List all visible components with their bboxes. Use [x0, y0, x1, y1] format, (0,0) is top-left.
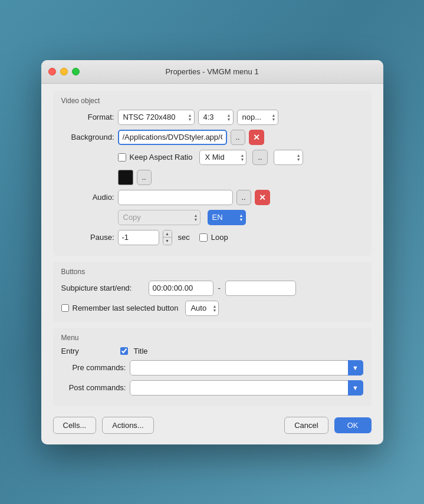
sec-label: sec [178, 233, 190, 242]
pre-commands-select-wrapper: ▼ [130, 360, 363, 375]
format-label: Format: [61, 113, 114, 121]
video-object-section: Video object Format: NTSC 720x480 ▲ ▼ 4:… [53, 91, 372, 256]
remember-label: Remember last selected button [73, 304, 179, 312]
audio-browse-button[interactable]: .. [236, 190, 251, 205]
main-window: Properties - VMGM menu 1 Video object Fo… [41, 60, 383, 444]
aspect-select-wrapper: 4:3 ▲ ▼ [198, 110, 234, 125]
keep-aspect-checkbox[interactable] [118, 153, 126, 162]
keep-aspect-checkbox-group: Keep Aspect Ratio [118, 153, 193, 162]
audio-clear-button[interactable]: ✕ [255, 190, 270, 205]
pause-stepper-down[interactable]: ▼ [163, 238, 172, 245]
color-swatch[interactable] [118, 170, 133, 185]
auto-select-wrapper: Auto ▲ ▼ [185, 301, 219, 316]
pre-commands-row: Pre commands: ▼ [61, 360, 363, 375]
window-title: Properties - VMGM menu 1 [165, 67, 258, 76]
cells-button[interactable]: Cells... [53, 417, 97, 434]
auto-select[interactable]: Auto [185, 301, 219, 316]
audio-input[interactable] [118, 190, 233, 205]
post-commands-select-wrapper: ▼ [130, 380, 363, 396]
extra-select[interactable] [274, 150, 303, 165]
background-row: Background: .. ✕ [61, 130, 363, 145]
post-commands-label: Post commands: [61, 383, 126, 392]
background-clear-button[interactable]: ✕ [249, 130, 264, 145]
background-input[interactable] [118, 130, 227, 145]
footer-right: Cancel OK [284, 417, 371, 434]
aspect-select[interactable]: 4:3 [198, 110, 234, 125]
menu-section: Menu Entry Title Pre commands: ▼ Post [53, 328, 372, 406]
remember-row: Remember last selected button Auto ▲ ▼ [61, 301, 363, 316]
loop-checkbox-group: Loop [199, 233, 228, 242]
pause-label: Pause: [61, 233, 114, 242]
xmid-select[interactable]: X Mid [199, 150, 246, 165]
dash-separator: - [218, 284, 221, 292]
post-commands-select[interactable] [130, 380, 363, 396]
keep-aspect-row: Keep Aspect Ratio X Mid ▲ ▼ .. [61, 150, 363, 165]
minimize-button[interactable] [60, 68, 68, 75]
pause-input[interactable] [118, 230, 159, 245]
color-dotdot-button[interactable]: .. [137, 170, 152, 185]
audio-label: Audio: [61, 193, 114, 202]
content-area: Video object Format: NTSC 720x480 ▲ ▼ 4:… [41, 84, 383, 444]
loop-checkbox[interactable] [199, 233, 208, 242]
loop-label: Loop [211, 233, 228, 242]
background-label: Background: [61, 133, 114, 141]
menu-label: Menu [61, 334, 363, 342]
copy-select[interactable]: Copy [118, 210, 201, 225]
footer-row: Cells... Actions... Cancel OK [53, 412, 372, 435]
xmid-select-wrapper: X Mid ▲ ▼ [199, 150, 246, 165]
entry-label: Entry [61, 347, 114, 355]
lang-select-wrapper: EN ▲ ▼ [208, 210, 246, 225]
pause-stepper-up[interactable]: ▲ [163, 230, 172, 238]
entry-row: Entry Title [61, 347, 363, 355]
remember-checkbox[interactable] [61, 304, 69, 312]
nop-select[interactable]: nop... [237, 110, 278, 125]
copy-lang-row: Copy ▲ ▼ EN ▲ ▼ [61, 210, 363, 225]
subpicture-label: Subpicture start/end: [61, 284, 144, 292]
cancel-button[interactable]: Cancel [284, 417, 328, 434]
traffic-lights [48, 68, 80, 75]
actions-button[interactable]: Actions... [102, 417, 153, 434]
pre-commands-select[interactable] [130, 360, 363, 375]
buttons-label: Buttons [61, 268, 363, 276]
subpicture-row: Subpicture start/end: - [61, 281, 363, 296]
title-label: Title [134, 347, 148, 355]
copy-select-wrapper: Copy ▲ ▼ [118, 210, 201, 225]
color-swatch-row: .. [61, 170, 363, 185]
background-browse-button[interactable]: .. [231, 130, 245, 145]
post-commands-row: Post commands: ▼ [61, 380, 363, 396]
maximize-button[interactable] [72, 68, 80, 75]
pause-row: Pause: ▲ ▼ sec Loop [61, 230, 363, 245]
xmid-dotdot-button[interactable]: .. [252, 150, 267, 165]
pause-stepper[interactable]: ▲ ▼ [163, 230, 172, 245]
keep-aspect-label: Keep Aspect Ratio [130, 153, 193, 162]
footer-left: Cells... Actions... [53, 417, 154, 434]
pre-commands-dropdown-button[interactable]: ▼ [348, 360, 363, 375]
close-button[interactable] [48, 68, 56, 75]
format-select-wrapper: NTSC 720x480 ▲ ▼ [118, 110, 195, 125]
subpicture-start-input[interactable] [149, 281, 213, 296]
extra-select-wrapper: ▲ ▼ [274, 150, 303, 165]
nop-select-wrapper: nop... ▲ ▼ [237, 110, 278, 125]
title-checkbox[interactable] [120, 347, 128, 355]
titlebar: Properties - VMGM menu 1 [41, 60, 383, 84]
subpicture-end-input[interactable] [225, 281, 296, 296]
format-select[interactable]: NTSC 720x480 [118, 110, 195, 125]
pre-commands-label: Pre commands: [61, 363, 126, 372]
buttons-section: Buttons Subpicture start/end: - Remember… [53, 262, 372, 322]
ok-button[interactable]: OK [334, 417, 372, 433]
audio-row: Audio: .. ✕ [61, 190, 363, 205]
video-object-label: Video object [61, 97, 363, 105]
post-commands-dropdown-button[interactable]: ▼ [348, 380, 363, 396]
format-row: Format: NTSC 720x480 ▲ ▼ 4:3 ▲ [61, 110, 363, 125]
lang-select[interactable]: EN [208, 210, 246, 225]
